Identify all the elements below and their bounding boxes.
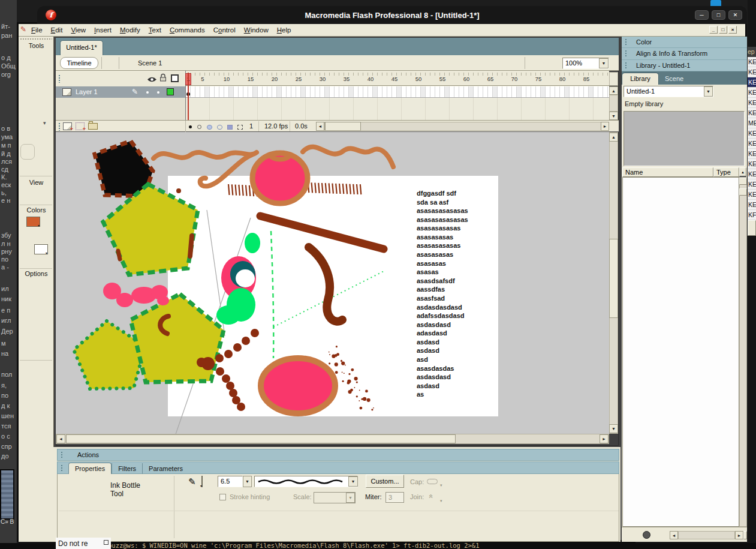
actions-grip[interactable] [61,451,64,459]
stage-vscroll-up-icon[interactable]: ▲ [609,133,618,142]
frames-scroll-thumb[interactable] [325,122,361,131]
add-motion-guide-icon[interactable]: + [76,122,85,130]
minimize-button[interactable]: ─ [695,10,709,20]
timeline-scroll-down-icon[interactable]: ▼ [609,112,618,120]
stroke-height-arrow-icon[interactable]: ▼ [243,476,252,487]
zoom-select-arrow-icon[interactable]: ▼ [599,58,609,68]
actions-panel-bar[interactable]: Actions [57,449,619,461]
tab-library[interactable]: Library [622,73,659,85]
onion-skin-outline-icon[interactable] [215,122,224,131]
lock-layers-icon[interactable] [159,73,167,84]
mdi-restore-icon[interactable]: □ [719,26,727,34]
library-hscroll-right-icon[interactable]: ► [735,531,743,539]
dialog-checkbox[interactable] [104,540,109,545]
menu-item[interactable]: Control [209,25,240,35]
menu-item[interactable]: Help [273,25,296,35]
menu-item[interactable]: Edit [47,25,67,35]
brown-thick-line[interactable] [260,216,384,249]
stage-hscroll-thumb[interactable] [66,434,456,443]
center-frame-icon[interactable] [195,122,204,131]
pink-ellipse-large[interactable] [261,358,335,413]
stroke-hinting-checkbox[interactable] [219,494,226,500]
library-scroll-button2-icon[interactable] [739,188,747,196]
chevron-down-icon[interactable]: ▾ [43,120,46,126]
collapsed-panel-bar[interactable]: Align & Info & Transform [622,48,747,59]
layer-visibility-dot-icon[interactable] [146,91,149,94]
dashed-green-line[interactable] [271,231,273,358]
properties-stroke-color-swatch[interactable]: ▾ [201,476,203,487]
timeline-scroll-up-icon[interactable]: ▲ [609,86,618,95]
edit-multiple-frames-icon[interactable] [225,122,234,131]
frames-row[interactable] [186,86,609,98]
frames-scroll-left-icon[interactable]: ◄ [316,122,324,131]
maximize-button[interactable]: □ [712,10,725,20]
outline-layers-icon[interactable] [171,74,179,82]
layer-lock-dot-icon[interactable] [157,91,159,94]
menu-item[interactable]: View [67,25,90,35]
fill-color-swatch[interactable]: ▾ [34,244,48,254]
stage-vscroll-down-icon[interactable]: ▼ [609,424,618,433]
mdi-minimize-icon[interactable]: _ [709,26,718,34]
document-tab[interactable]: Untitled-1* [60,40,103,55]
comb-pattern-right[interactable] [305,182,361,194]
show-hide-layers-icon[interactable] [147,74,157,85]
stage-hscroll-right-icon[interactable]: ► [600,434,609,443]
stroke-color-swatch[interactable]: ▾ [26,217,40,227]
collapsed-panel-bar[interactable]: Library - Untitled-1 [622,60,747,71]
flash-titlebar[interactable]: f Macromedia Flash Professional 8 - [Unt… [37,6,747,24]
onion-skin-icon[interactable] [205,122,214,131]
stroke-style-select[interactable] [254,476,358,487]
frames-scroll-right-icon[interactable]: ► [601,122,609,131]
scale-arrow-icon[interactable]: ▼ [346,493,355,503]
timeline-grip[interactable] [58,74,61,83]
insert-layer-icon[interactable]: + [63,122,72,130]
menu-item[interactable]: Text [144,25,165,35]
tools-panel-grip[interactable] [20,38,52,40]
custom-stroke-button[interactable]: Custom... [366,475,404,488]
green-blob-small[interactable] [245,233,260,253]
brown-curve-stroke[interactable] [309,247,342,322]
tan-squiggle-left[interactable] [153,152,257,186]
scene-label[interactable]: Scene 1 [138,59,162,67]
pink-blob-group[interactable] [103,283,169,307]
stroke-style-arrow-icon[interactable]: ▼ [348,476,358,487]
library-hscroll-track[interactable] [678,531,735,539]
menu-item[interactable]: Commands [165,25,209,35]
frame-rate-value[interactable]: 12.0 fps [264,122,288,130]
timeline-toggle-button[interactable]: Timeline [60,57,98,69]
tan-squiggle-right[interactable] [303,147,393,167]
stage-area[interactable]: dfggasdf sdfsda sa asfasasasasasasasasas… [56,132,609,434]
background-dialog[interactable]: Do not re [56,538,111,549]
properties-tab[interactable]: Parameters [142,463,189,474]
join-style-icon[interactable]: « [427,494,435,499]
library-document-arrow-icon[interactable]: ▼ [704,86,713,97]
library-info-icon[interactable] [643,531,650,539]
miter-field[interactable]: 3 [385,492,404,503]
menu-item[interactable]: Insert [90,25,116,35]
properties-tab[interactable]: Filters [112,463,142,474]
collapsed-panel-bar[interactable]: Color [622,37,747,48]
menu-item[interactable]: Modify [116,25,144,35]
library-list[interactable] [622,177,739,527]
library-col-name[interactable]: Name [622,167,713,177]
canvas-text-block[interactable]: dfggasdf sdfsda sa asfasasasasasasasasas… [417,190,507,400]
library-col-type[interactable]: Type [713,167,739,177]
stage-vscroll-thumb[interactable] [609,239,618,318]
mdi-close-icon[interactable]: × [728,26,737,34]
menu-item[interactable]: Window [240,25,273,35]
blob-composition[interactable] [216,256,256,325]
close-button[interactable]: ✕ [728,10,742,20]
properties-tab[interactable]: Properties [68,463,112,474]
layer-row[interactable]: Layer 1 ✎ [56,86,185,98]
yellow-pentagon-top[interactable] [103,184,198,275]
tab-scene[interactable]: Scene [665,75,683,82]
library-scroll-button-icon[interactable] [739,178,747,185]
frame-ruler-numbers[interactable]: 510152025303540455055606570758085 [191,76,604,84]
layer-outline-color-swatch[interactable] [167,88,174,95]
cap-style-icon[interactable] [427,479,438,484]
cap-arrow-icon[interactable]: ▾ [440,483,442,488]
stage-hscroll-left-icon[interactable]: ◄ [56,434,65,443]
library-scroll-column[interactable] [739,177,747,527]
menu-item[interactable]: File [27,25,47,35]
stroke-height-field[interactable]: 6.5 [218,476,243,487]
